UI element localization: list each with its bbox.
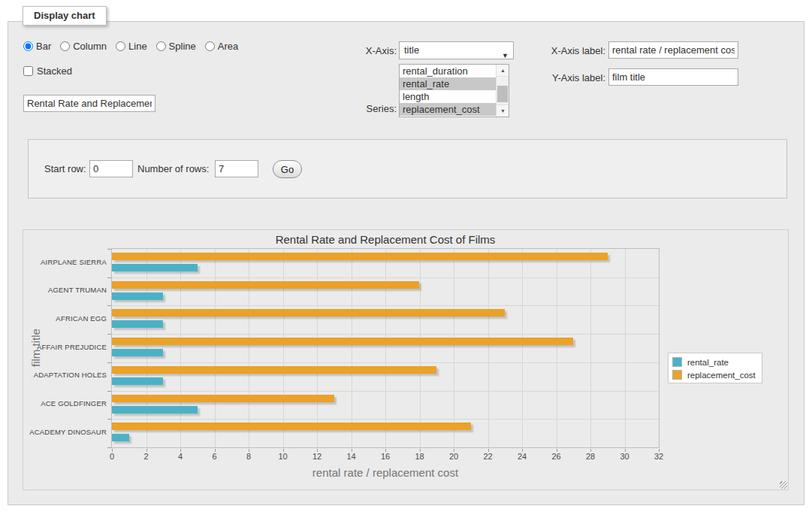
y-tick [107, 419, 111, 420]
scrollbar-up-icon[interactable]: ▲ [497, 65, 509, 77]
x-axis-selected-value: title [404, 44, 419, 56]
bar-rental_rate [112, 264, 198, 271]
radio-area[interactable]: Area [205, 41, 238, 52]
x-axis-select[interactable]: title ▼ [399, 41, 514, 59]
bar-replacement_cost [112, 423, 471, 430]
stacked-checkbox-row: Stacked [23, 65, 72, 77]
radio-column[interactable]: Column [60, 41, 107, 52]
bar-replacement_cost [112, 253, 608, 260]
radio-bar-input[interactable] [23, 41, 33, 51]
series-label: Series: [331, 103, 397, 115]
category-label: ACADEMY DINOSAUR [23, 428, 107, 437]
y-tick [107, 334, 111, 335]
y-tick [107, 391, 111, 392]
y-tick [107, 305, 111, 306]
category-label: AFFAIR PREJUDICE [23, 343, 107, 352]
x-tick-label: 6 [212, 452, 216, 461]
x-tick-label: 26 [551, 452, 560, 461]
bar-rental_rate [112, 292, 163, 300]
y-tick [107, 277, 111, 278]
x-tick-label: 20 [449, 452, 458, 461]
start-row-label: Start row: [44, 163, 86, 175]
series-option-replacement-cost[interactable]: replacement_cost [400, 103, 496, 116]
x-tick-label: 18 [415, 452, 424, 461]
bar-replacement_cost [112, 366, 436, 374]
x-tick-label: 2 [143, 452, 148, 461]
y-axis-label-caption: Y-Axis label: [529, 72, 605, 84]
resize-handle-icon[interactable] [780, 481, 787, 489]
chart-type-radio-group: Bar Column Line Spline Area [23, 41, 247, 52]
bar-replacement_cost [112, 338, 573, 345]
series-option-rental-duration[interactable]: rental_duration [400, 65, 496, 77]
x-axis-label: X-Axis: [331, 45, 397, 57]
x-tick-label: 16 [381, 452, 390, 461]
scrollbar-down-icon[interactable]: ▼ [497, 105, 509, 117]
bar-replacement_cost [112, 309, 505, 317]
x-tick-label: 24 [518, 452, 527, 461]
bar-rental_rate [112, 434, 129, 441]
x-tick-label: 10 [278, 452, 287, 461]
radio-area-input[interactable] [205, 41, 215, 51]
series-option-rental-rate[interactable]: rental_rate [400, 77, 496, 90]
legend-swatch-replacement_cost [672, 370, 682, 380]
go-button[interactable]: Go [273, 160, 302, 178]
x-tick-label: 12 [312, 452, 321, 461]
number-of-rows-input[interactable] [215, 160, 258, 177]
stacked-label: Stacked [37, 65, 72, 77]
category-label: AIRPLANE SIERRA [23, 258, 107, 267]
bar-rental_rate [112, 406, 198, 414]
bar-rental_rate [112, 377, 163, 385]
series-multiselect[interactable]: rental_duration rental_rate length repla… [399, 64, 509, 117]
number-of-rows-label: Number of rows: [137, 163, 209, 175]
panel-title: Display chart [23, 6, 107, 26]
listbox-scrollbar[interactable]: ▲ ▼ [496, 65, 509, 117]
y-axis-label-input[interactable] [608, 68, 738, 86]
category-label: AGENT TRUMAN [23, 286, 107, 295]
x-tick-label: 0 [110, 452, 114, 461]
x-tick-label: 32 [654, 452, 663, 461]
radio-bar[interactable]: Bar [23, 41, 51, 52]
x-tick-label: 14 [346, 452, 355, 461]
legend-swatch-rental_rate [672, 357, 682, 367]
bar-chart: Rental Rate and Replacement Cost of Film… [23, 229, 789, 490]
row-range-box: Start row: Number of rows: Go [28, 139, 787, 198]
legend-row: replacement_cost [672, 370, 756, 380]
x-tick-label: 8 [246, 452, 251, 461]
select-dropdown-arrow-icon: ▼ [502, 47, 509, 64]
x-tick-label: 30 [620, 452, 629, 461]
category-label: AFRICAN EGG [23, 314, 107, 323]
category-label: ADAPTATION HOLES [23, 371, 107, 380]
x-tick-label: 4 [178, 452, 183, 461]
chart-title: Rental Rate and Replacement Cost of Film… [112, 233, 659, 246]
chart-x-axis-title: rental rate / replacement cost [112, 466, 659, 479]
radio-line[interactable]: Line [116, 41, 147, 52]
radio-spline-input[interactable] [156, 41, 166, 51]
chart-legend: rental_ratereplacement_cost [668, 353, 762, 383]
y-tick [107, 362, 111, 363]
bar-replacement_cost [112, 281, 419, 289]
category-label: ACE GOLDFINGER [23, 399, 107, 408]
bar-rental_rate [112, 320, 163, 328]
y-tick [107, 447, 111, 448]
legend-row: rental_rate [672, 357, 756, 367]
chart-plot-area [111, 248, 660, 448]
x-axis-label-caption: X-Axis label: [529, 45, 605, 57]
stacked-checkbox[interactable] [23, 66, 33, 76]
start-row-input[interactable] [89, 160, 133, 177]
x-axis-label-input[interactable] [608, 41, 738, 59]
series-option-length[interactable]: length [400, 90, 496, 103]
legend-label: rental_rate [687, 358, 729, 367]
legend-label: replacement_cost [687, 371, 756, 380]
radio-line-input[interactable] [116, 41, 125, 51]
x-tick-label: 22 [483, 452, 492, 461]
scrollbar-thumb[interactable] [497, 86, 508, 102]
x-tick-label: 28 [586, 452, 595, 461]
bar-replacement_cost [112, 395, 334, 402]
radio-spline[interactable]: Spline [156, 41, 196, 52]
y-tick [107, 249, 111, 250]
radio-column-input[interactable] [60, 41, 70, 51]
chart-title-input[interactable] [23, 95, 155, 112]
bar-rental_rate [112, 349, 163, 356]
